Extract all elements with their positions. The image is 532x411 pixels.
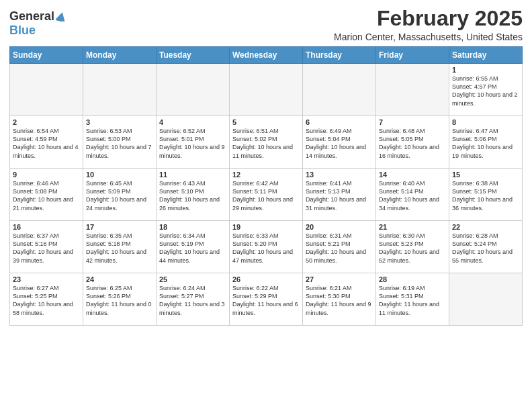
day-number: 5 — [232, 118, 300, 126]
logo-blue: Blue — [9, 24, 36, 38]
col-monday: Monday — [83, 47, 157, 64]
day-number: 24 — [86, 275, 153, 283]
calendar-cell — [376, 64, 449, 116]
col-thursday: Thursday — [303, 47, 376, 64]
day-number: 20 — [306, 223, 373, 231]
day-info: Sunrise: 6:37 AM Sunset: 5:16 PM Dayligh… — [13, 232, 80, 265]
day-info: Sunrise: 6:53 AM Sunset: 5:00 PM Dayligh… — [86, 127, 153, 160]
day-number: 2 — [13, 118, 80, 126]
calendar-cell: 7Sunrise: 6:48 AM Sunset: 5:05 PM Daylig… — [376, 116, 449, 169]
calendar-cell: 3Sunrise: 6:53 AM Sunset: 5:00 PM Daylig… — [83, 116, 157, 169]
logo-triangle-icon — [56, 12, 66, 21]
day-number: 1 — [452, 66, 519, 74]
calendar-cell — [157, 64, 230, 116]
day-info: Sunrise: 6:28 AM Sunset: 5:24 PM Dayligh… — [452, 232, 519, 265]
day-info: Sunrise: 6:25 AM Sunset: 5:26 PM Dayligh… — [86, 284, 153, 317]
calendar-cell — [10, 64, 83, 116]
day-number: 22 — [452, 223, 519, 231]
day-info: Sunrise: 6:42 AM Sunset: 5:11 PM Dayligh… — [232, 179, 300, 212]
day-number: 6 — [306, 118, 373, 126]
day-info: Sunrise: 6:27 AM Sunset: 5:25 PM Dayligh… — [13, 284, 80, 317]
day-info: Sunrise: 6:40 AM Sunset: 5:14 PM Dayligh… — [379, 179, 446, 212]
calendar-cell: 23Sunrise: 6:27 AM Sunset: 5:25 PM Dayli… — [10, 273, 83, 326]
day-info: Sunrise: 6:34 AM Sunset: 5:19 PM Dayligh… — [159, 232, 226, 265]
calendar-week-row: 23Sunrise: 6:27 AM Sunset: 5:25 PM Dayli… — [10, 273, 523, 326]
calendar-cell: 13Sunrise: 6:41 AM Sunset: 5:13 PM Dayli… — [303, 169, 376, 221]
calendar-cell: 12Sunrise: 6:42 AM Sunset: 5:11 PM Dayli… — [230, 169, 303, 221]
day-number: 8 — [452, 118, 519, 126]
calendar-table: Sunday Monday Tuesday Wednesday Thursday… — [9, 46, 523, 326]
day-number: 7 — [379, 118, 446, 126]
calendar-cell: 6Sunrise: 6:49 AM Sunset: 5:04 PM Daylig… — [303, 116, 376, 169]
calendar-cell: 2Sunrise: 6:54 AM Sunset: 4:59 PM Daylig… — [10, 116, 83, 169]
day-info: Sunrise: 6:35 AM Sunset: 5:18 PM Dayligh… — [86, 232, 153, 265]
day-info: Sunrise: 6:31 AM Sunset: 5:21 PM Dayligh… — [306, 232, 373, 265]
day-info: Sunrise: 6:24 AM Sunset: 5:27 PM Dayligh… — [159, 284, 226, 317]
calendar-cell — [303, 64, 376, 116]
day-number: 27 — [306, 275, 373, 283]
day-info: Sunrise: 6:45 AM Sunset: 5:09 PM Dayligh… — [86, 179, 153, 212]
day-info: Sunrise: 6:22 AM Sunset: 5:29 PM Dayligh… — [232, 284, 300, 317]
day-number: 4 — [159, 118, 226, 126]
day-number: 19 — [232, 223, 300, 231]
calendar-cell: 16Sunrise: 6:37 AM Sunset: 5:16 PM Dayli… — [10, 221, 83, 273]
calendar-cell: 10Sunrise: 6:45 AM Sunset: 5:09 PM Dayli… — [83, 169, 157, 221]
day-number: 9 — [13, 171, 80, 179]
svg-marker-0 — [56, 12, 66, 21]
calendar-cell: 4Sunrise: 6:52 AM Sunset: 5:01 PM Daylig… — [157, 116, 230, 169]
location: Marion Center, Massachusetts, United Sta… — [334, 32, 523, 42]
day-info: Sunrise: 6:47 AM Sunset: 5:06 PM Dayligh… — [452, 127, 519, 160]
day-number: 26 — [232, 275, 300, 283]
day-info: Sunrise: 6:51 AM Sunset: 5:02 PM Dayligh… — [232, 127, 300, 160]
header: General Blue February 2025 Marion Center… — [9, 7, 523, 42]
day-info: Sunrise: 6:54 AM Sunset: 4:59 PM Dayligh… — [13, 127, 80, 160]
calendar-cell: 20Sunrise: 6:31 AM Sunset: 5:21 PM Dayli… — [303, 221, 376, 273]
day-number: 15 — [452, 171, 519, 179]
day-info: Sunrise: 6:43 AM Sunset: 5:10 PM Dayligh… — [159, 179, 226, 212]
day-info: Sunrise: 6:48 AM Sunset: 5:05 PM Dayligh… — [379, 127, 446, 160]
day-number: 11 — [159, 171, 226, 179]
day-info: Sunrise: 6:33 AM Sunset: 5:20 PM Dayligh… — [232, 232, 300, 265]
calendar-cell — [83, 64, 157, 116]
day-number: 10 — [86, 171, 153, 179]
day-number: 3 — [86, 118, 153, 126]
calendar-header-row: Sunday Monday Tuesday Wednesday Thursday… — [10, 47, 523, 64]
day-info: Sunrise: 6:55 AM Sunset: 4:57 PM Dayligh… — [452, 75, 519, 107]
calendar-cell: 8Sunrise: 6:47 AM Sunset: 5:06 PM Daylig… — [449, 116, 523, 169]
calendar-cell: 1Sunrise: 6:55 AM Sunset: 4:57 PM Daylig… — [449, 64, 523, 116]
calendar-week-row: 16Sunrise: 6:37 AM Sunset: 5:16 PM Dayli… — [10, 221, 523, 273]
day-number: 12 — [232, 171, 300, 179]
calendar-week-row: 9Sunrise: 6:46 AM Sunset: 5:08 PM Daylig… — [10, 169, 523, 221]
col-sunday: Sunday — [10, 47, 83, 64]
col-wednesday: Wednesday — [230, 47, 303, 64]
day-info: Sunrise: 6:49 AM Sunset: 5:04 PM Dayligh… — [306, 127, 373, 160]
day-info: Sunrise: 6:21 AM Sunset: 5:30 PM Dayligh… — [306, 284, 373, 317]
calendar-cell: 5Sunrise: 6:51 AM Sunset: 5:02 PM Daylig… — [230, 116, 303, 169]
calendar-week-row: 2Sunrise: 6:54 AM Sunset: 4:59 PM Daylig… — [10, 116, 523, 169]
calendar-cell: 9Sunrise: 6:46 AM Sunset: 5:08 PM Daylig… — [10, 169, 83, 221]
day-info: Sunrise: 6:41 AM Sunset: 5:13 PM Dayligh… — [306, 179, 373, 212]
page-container: General Blue February 2025 Marion Center… — [0, 0, 532, 331]
day-number: 28 — [379, 275, 446, 283]
day-info: Sunrise: 6:52 AM Sunset: 5:01 PM Dayligh… — [159, 127, 226, 160]
title-area: February 2025 Marion Center, Massachuset… — [334, 7, 523, 42]
day-info: Sunrise: 6:46 AM Sunset: 5:08 PM Dayligh… — [13, 179, 80, 212]
col-saturday: Saturday — [449, 47, 523, 64]
day-info: Sunrise: 6:19 AM Sunset: 5:31 PM Dayligh… — [379, 284, 446, 317]
calendar-week-row: 1Sunrise: 6:55 AM Sunset: 4:57 PM Daylig… — [10, 64, 523, 116]
day-number: 14 — [379, 171, 446, 179]
logo-general: General — [9, 9, 54, 24]
day-number: 16 — [13, 223, 80, 231]
day-info: Sunrise: 6:30 AM Sunset: 5:23 PM Dayligh… — [379, 232, 446, 265]
calendar-cell: 18Sunrise: 6:34 AM Sunset: 5:19 PM Dayli… — [157, 221, 230, 273]
day-number: 25 — [159, 275, 226, 283]
logo: General Blue — [9, 9, 66, 38]
day-info: Sunrise: 6:38 AM Sunset: 5:15 PM Dayligh… — [452, 179, 519, 212]
day-number: 13 — [306, 171, 373, 179]
day-number: 23 — [13, 275, 80, 283]
calendar-cell: 27Sunrise: 6:21 AM Sunset: 5:30 PM Dayli… — [303, 273, 376, 326]
month-title: February 2025 — [334, 7, 523, 30]
day-number: 21 — [379, 223, 446, 231]
calendar-cell: 14Sunrise: 6:40 AM Sunset: 5:14 PM Dayli… — [376, 169, 449, 221]
calendar-cell: 25Sunrise: 6:24 AM Sunset: 5:27 PM Dayli… — [157, 273, 230, 326]
